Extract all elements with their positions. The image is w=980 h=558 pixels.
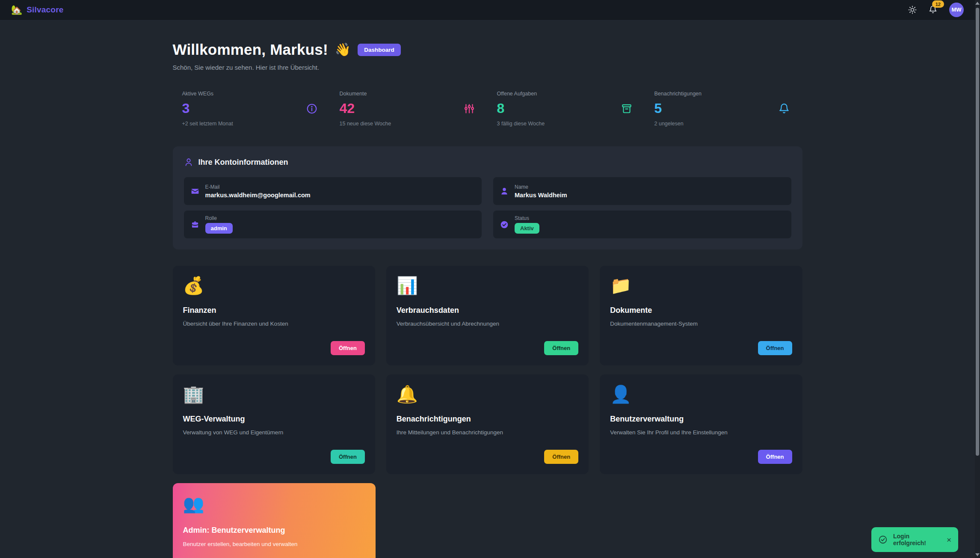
role-badge: admin — [205, 223, 233, 234]
field-label: Name — [515, 184, 567, 190]
card-title: WEG-Verwaltung — [183, 415, 365, 424]
toast-close-icon[interactable]: × — [947, 536, 951, 544]
card-description: Verwaltung von WEG und Eigentümern — [183, 429, 365, 436]
user-avatar[interactable]: MW — [949, 3, 964, 17]
account-panel-title: Ihre Kontoinformationen — [198, 158, 288, 167]
card-description: Dokumentenmanagement-System — [610, 321, 792, 327]
app-name: Silvacore — [27, 5, 63, 15]
card-title: Benutzerverwaltung — [610, 415, 792, 424]
money-bag-icon: 💰 — [183, 276, 365, 295]
dashboard-main: Willkommen, Markus! 👋 Dashboard Schön, S… — [173, 20, 802, 558]
open-dokumente-button[interactable]: Öffnen — [758, 341, 792, 355]
person-silhouette-icon: 👤 — [610, 385, 792, 404]
stat-label: Dokumente — [340, 91, 464, 97]
open-benachrichtigungen-button[interactable]: Öffnen — [544, 450, 578, 464]
stat-label: Aktive WEGs — [182, 91, 306, 97]
card-dokumente[interactable]: 📁 Dokumente Dokumentenmanagement-System … — [600, 266, 802, 365]
people-silhouettes-icon: 👥 — [183, 494, 204, 513]
card-title: Benachrichtigungen — [397, 415, 578, 424]
field-rolle: Rolle admin — [184, 211, 482, 238]
house-icon: 🏡 — [11, 5, 22, 14]
open-weg-verwaltung-button[interactable]: Öffnen — [331, 450, 365, 464]
sun-icon — [908, 6, 917, 14]
field-status: Status Aktiv — [493, 211, 791, 238]
card-verbrauchsdaten[interactable]: 📊 Verbrauchsdaten Verbrauchsübersicht un… — [386, 266, 589, 365]
field-value-name: Markus Waldheim — [515, 192, 567, 199]
stat-sublabel: 3 fällig diese Woche — [497, 121, 621, 127]
login-success-toast: Login erfolgreich! × — [871, 527, 958, 552]
dashboard-badge: Dashboard — [358, 44, 401, 56]
stat-value: 5 — [654, 101, 779, 116]
field-label: E-Mail — [205, 184, 311, 190]
theme-toggle-button[interactable] — [908, 6, 917, 14]
field-value-email: markus.waldheim@googlemail.com — [205, 192, 311, 199]
envelope-icon — [191, 187, 199, 196]
stat-sublabel: 15 neue diese Woche — [340, 121, 464, 127]
stat-sublabel: +2 seit letztem Monat — [182, 121, 306, 127]
folder-icon: 📁 — [610, 276, 792, 295]
card-description: Ihre Mitteilungen und Benachrichtigungen — [397, 429, 578, 436]
field-email: E-Mail markus.waldheim@googlemail.com — [184, 177, 482, 205]
admin-card-description: Benutzer erstellen, bearbeiten und verwa… — [183, 541, 365, 547]
page-title: Willkommen, Markus! — [173, 41, 328, 58]
sliders-icon — [464, 103, 475, 114]
field-label: Status — [515, 215, 539, 221]
card-weg-verwaltung[interactable]: 🏢 WEG-Verwaltung Verwaltung von WEG und … — [173, 374, 375, 474]
bell-emoji-icon: 🔔 — [397, 385, 578, 404]
card-description: Übersicht über Ihre Finanzen und Kosten — [183, 321, 365, 327]
person-icon — [500, 187, 509, 196]
app-logo[interactable]: 🏡 Silvacore — [11, 5, 64, 15]
card-benutzerverwaltung[interactable]: 👤 Benutzerverwaltung Verwalten Sie Ihr P… — [600, 374, 802, 474]
feature-cards-grid: 💰 Finanzen Übersicht über Ihre Finanzen … — [173, 266, 802, 474]
topbar-actions: 12 MW — [908, 3, 964, 17]
check-circle-outline-icon — [878, 535, 888, 544]
stats-row: Aktive WEGs 3 +2 seit letztem Monat Doku… — [173, 91, 802, 127]
welcome-subtitle: Schön, Sie wieder zu sehen. Hier ist Ihr… — [173, 64, 802, 71]
status-badge: Aktiv — [515, 223, 539, 234]
bell-icon — [779, 103, 790, 114]
stat-benachrichtigungen: Benachrichtigungen 5 2 ungelesen — [645, 91, 802, 127]
card-title: Finanzen — [183, 306, 365, 315]
archive-icon — [621, 103, 632, 114]
stat-value: 8 — [497, 101, 621, 116]
check-circle-icon — [500, 220, 509, 229]
scrollbar-thumb[interactable] — [976, 8, 979, 456]
person-outline-icon — [184, 157, 193, 167]
stat-sublabel: 2 ungelesen — [654, 121, 779, 127]
wave-emoji-icon: 👋 — [335, 43, 351, 56]
stat-dokumente: Dokumente 42 15 neue diese Woche — [330, 91, 488, 127]
office-building-icon: 🏢 — [183, 385, 365, 404]
notification-count-badge: 12 — [932, 0, 944, 8]
open-verbrauchsdaten-button[interactable]: Öffnen — [544, 341, 578, 355]
stat-label: Offene Aufgaben — [497, 91, 621, 97]
info-circle-icon — [306, 103, 317, 114]
card-title: Verbrauchsdaten — [397, 306, 578, 315]
scrollbar-up-arrow[interactable] — [975, 2, 980, 5]
field-label: Rolle — [205, 215, 233, 221]
card-description: Verwalten Sie Ihr Profil und Ihre Einste… — [610, 429, 792, 436]
stat-offene-aufgaben: Offene Aufgaben 8 3 fällig diese Woche — [488, 91, 645, 127]
card-admin-benutzerverwaltung[interactable]: 👥 Admin: Benutzerverwaltung Benutzer ers… — [173, 483, 376, 558]
scrollbar-down-arrow[interactable] — [975, 553, 980, 556]
admin-card-title: Admin: Benutzerverwaltung — [183, 526, 365, 535]
toast-message: Login erfolgreich! — [893, 533, 941, 546]
card-finanzen[interactable]: 💰 Finanzen Übersicht über Ihre Finanzen … — [173, 266, 375, 365]
account-info-panel: Ihre Kontoinformationen E-Mail markus.wa… — [173, 146, 802, 249]
topbar: 🏡 Silvacore — [0, 0, 975, 20]
card-title: Dokumente — [610, 306, 792, 315]
card-description: Verbrauchsübersicht und Abrechnungen — [397, 321, 578, 327]
vertical-scrollbar[interactable] — [975, 0, 980, 558]
stat-label: Benachrichtigungen — [654, 91, 779, 97]
field-name: Name Markus Waldheim — [493, 177, 791, 205]
stat-aktive-wegs: Aktive WEGs 3 +2 seit letztem Monat — [173, 91, 330, 127]
card-benachrichtigungen[interactable]: 🔔 Benachrichtigungen Ihre Mitteilungen u… — [386, 374, 589, 474]
bar-chart-icon: 📊 — [397, 276, 578, 295]
open-benutzerverwaltung-button[interactable]: Öffnen — [758, 450, 792, 464]
briefcase-icon — [191, 220, 199, 229]
open-finanzen-button[interactable]: Öffnen — [331, 341, 365, 355]
stat-value: 42 — [340, 101, 464, 116]
stat-value: 3 — [182, 101, 306, 116]
